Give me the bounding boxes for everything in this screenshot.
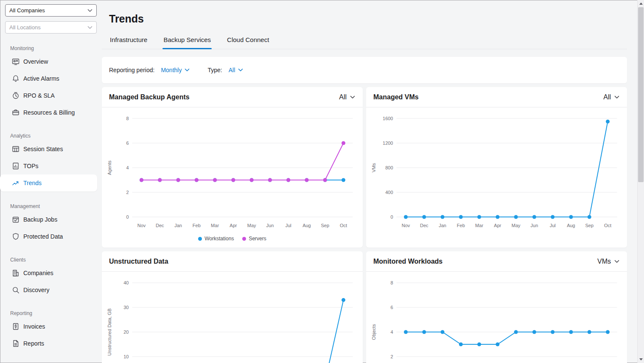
chevron-down-icon — [238, 68, 243, 72]
tab-infrastructure[interactable]: Infrastructure — [109, 36, 148, 49]
chart-scope-dropdown[interactable]: VMs — [597, 258, 619, 265]
company-filter-value: All Companies — [9, 7, 45, 14]
tab-backup-services[interactable]: Backup Services — [162, 36, 212, 49]
invoices-icon — [12, 323, 20, 330]
svg-text:20: 20 — [123, 329, 129, 335]
chart-scope-dropdown[interactable]: All — [339, 93, 355, 101]
section-label-management: Management — [10, 203, 102, 209]
location-filter-value: All Locations — [9, 24, 41, 31]
type-label: Type: — [207, 67, 222, 73]
svg-text:Mar: Mar — [475, 223, 483, 228]
chevron-down-icon — [614, 96, 619, 99]
resources-billing-icon — [12, 109, 20, 116]
sidebar-item-label: Backup Jobs — [23, 216, 57, 223]
sidebar-item-trends[interactable]: Trends — [0, 174, 97, 191]
sidebar-item-active-alarms[interactable]: Active Alarms — [0, 70, 97, 87]
chevron-down-icon — [614, 260, 619, 263]
legend-item-workstations: Workstations — [198, 236, 234, 242]
filter-bar: Reporting period: Monthly Type: All — [102, 57, 627, 83]
sidebar-item-label: RPO & SLA — [23, 92, 55, 99]
sidebar-item-backup-jobs[interactable]: Backup Jobs — [0, 211, 97, 228]
svg-text:Sep: Sep — [585, 223, 594, 228]
svg-text:Oct: Oct — [604, 223, 611, 228]
legend-label: Workstations — [204, 236, 234, 242]
chart-title: Managed VMs — [373, 93, 419, 101]
svg-text:Feb: Feb — [457, 223, 465, 228]
sidebar-item-resources-billing[interactable]: Resources & Billing — [0, 104, 97, 121]
company-filter-select[interactable]: All Companies — [5, 4, 97, 17]
svg-text:400: 400 — [385, 190, 393, 195]
svg-text:2: 2 — [126, 190, 129, 195]
chart-card-header: Unstructured Data — [102, 251, 363, 272]
sidebar-item-label: Resources & Billing — [23, 109, 75, 116]
bell-icon — [12, 75, 20, 82]
chart-card-unstructured-data: Unstructured Data010203040Unstructured D… — [102, 251, 363, 363]
chart-body: 02468ObjectsNovDecJanFebMarAprMayJunJulA… — [366, 272, 627, 363]
protected-data-icon — [12, 233, 20, 240]
sidebar-item-tops[interactable]: TOPs — [0, 158, 97, 174]
svg-text:4: 4 — [390, 329, 393, 335]
main-content: Trends InfrastructureBackup ServicesClou… — [102, 0, 637, 363]
chart-scope-dropdown[interactable]: All — [603, 93, 619, 101]
sidebar-item-label: TOPs — [23, 163, 39, 169]
legend-label: Servers — [249, 236, 266, 242]
reporting-period-dropdown[interactable]: Monthly — [161, 67, 190, 73]
chart-title: Managed Backup Agents — [109, 93, 190, 101]
sidebar-item-label: Trends — [23, 180, 42, 186]
scrollbar-thumb[interactable] — [638, 7, 644, 182]
location-filter-select[interactable]: All Locations — [5, 21, 97, 34]
sidebar-item-rpo-sla[interactable]: RPO & SLA — [0, 87, 97, 104]
chart-plot: 010203040Unstructured Data, GBNovDecJanF… — [105, 276, 360, 363]
sidebar-item-label: Invoices — [23, 323, 45, 330]
chart-scope-value: All — [339, 93, 347, 101]
svg-text:May: May — [247, 223, 256, 228]
svg-text:8: 8 — [390, 280, 393, 285]
sidebar-item-invoices[interactable]: Invoices — [0, 318, 97, 335]
chart-plot: 02468ObjectsNovDecJanFebMarAprMayJunJulA… — [370, 276, 624, 363]
chart-card-header: Monitored WorkloadsVMs — [366, 251, 627, 272]
svg-text:Oct: Oct — [340, 223, 347, 228]
section-label-reporting: Reporting — [10, 310, 102, 316]
svg-text:Aug: Aug — [302, 223, 311, 228]
chart-card-managed-backup-agents: Managed Backup AgentsAll02468AgentsNovDe… — [102, 87, 363, 248]
type-dropdown[interactable]: All — [229, 67, 244, 73]
chart-card-monitored-workloads: Monitored WorkloadsVMs02468ObjectsNovDec… — [366, 251, 627, 363]
vertical-scrollbar[interactable] — [637, 0, 644, 363]
discovery-icon — [12, 286, 20, 294]
scroll-up-button[interactable] — [638, 0, 644, 7]
sidebar-item-overview[interactable]: Overview — [0, 53, 97, 70]
svg-text:Objects: Objects — [371, 324, 376, 340]
svg-text:0: 0 — [126, 214, 129, 219]
sidebar-item-protected-data[interactable]: Protected Data — [0, 228, 97, 245]
sidebar-item-discovery[interactable]: Discovery — [0, 281, 97, 298]
sidebar-item-label: Overview — [23, 58, 48, 65]
svg-text:Mar: Mar — [211, 223, 219, 228]
chart-title: Unstructured Data — [109, 258, 168, 265]
sidebar-item-label: Active Alarms — [23, 75, 59, 82]
svg-text:Jul: Jul — [286, 223, 291, 228]
svg-text:6: 6 — [390, 305, 393, 310]
sidebar-item-reports[interactable]: Reports — [0, 335, 97, 352]
svg-text:Apr: Apr — [230, 223, 237, 228]
sidebar-nav: MonitoringOverviewActive AlarmsRPO & SLA… — [0, 45, 102, 352]
reporting-period-value: Monthly — [161, 67, 182, 73]
section-label-analytics: Analytics — [10, 133, 102, 139]
svg-text:VMs: VMs — [371, 163, 376, 173]
chevron-down-icon — [87, 9, 92, 12]
tab-cloud-connect[interactable]: Cloud Connect — [226, 36, 270, 49]
page-title: Trends — [109, 13, 627, 25]
sidebar-item-companies[interactable]: Companies — [0, 265, 97, 281]
svg-text:Jun: Jun — [266, 223, 274, 228]
sidebar-item-label: Companies — [23, 270, 53, 276]
svg-text:800: 800 — [385, 165, 393, 170]
sidebar-item-label: Session States — [23, 146, 63, 152]
section-label-clients: Clients — [10, 257, 102, 263]
svg-text:Jun: Jun — [531, 223, 538, 228]
svg-text:Dec: Dec — [420, 223, 428, 228]
svg-text:Jul: Jul — [550, 223, 556, 228]
chart-plot: 02468AgentsNovDecJanFebMarAprMayJunJulAu… — [105, 112, 360, 234]
sidebar-item-session-states[interactable]: Session States — [0, 141, 97, 158]
svg-text:Nov: Nov — [402, 223, 410, 228]
chart-title: Monitored Workloads — [373, 258, 442, 265]
scroll-down-button[interactable] — [638, 356, 644, 363]
